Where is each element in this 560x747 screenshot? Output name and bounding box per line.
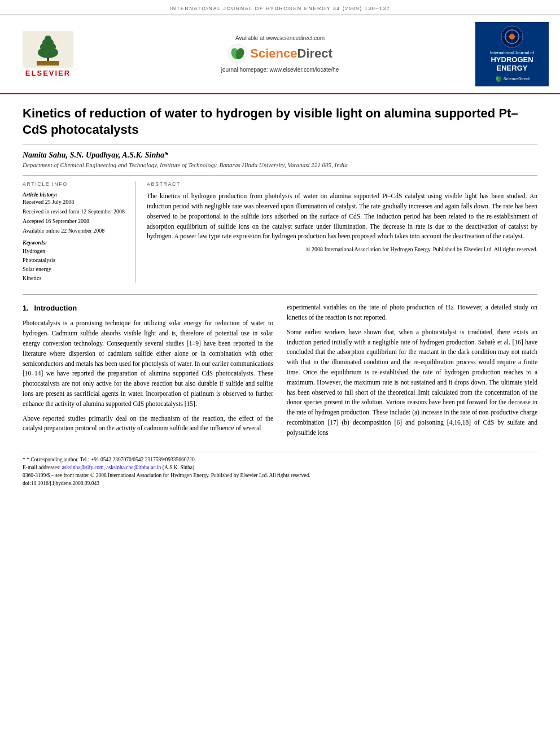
authors: Namita Sahu, S.N. Upadhyay, A.S.K. Sinha… bbox=[23, 151, 537, 160]
info-abstract-row: ARTICLE INFO Article history: Received 2… bbox=[23, 181, 537, 283]
body-columns: 1. Introduction Photocatalysis is a prom… bbox=[23, 294, 537, 443]
keywords-label: Keywords: bbox=[23, 239, 126, 246]
keyword-hydrogen: Hydrogen bbox=[23, 247, 126, 256]
banner-area: ELSEVIER Available at www.sciencedirect.… bbox=[0, 15, 560, 94]
available-date: Available online 22 November 2008 bbox=[23, 228, 126, 234]
footnote-corresponding-text: * Corresponding author. Tel.: +91 0542 2… bbox=[27, 457, 196, 462]
page-container: INTERNATIONAL JOURNAL OF HYDROGEN ENERGY… bbox=[0, 0, 560, 747]
svg-rect-6 bbox=[37, 61, 59, 65]
journal-header-text: INTERNATIONAL JOURNAL OF HYDROGEN ENERGY… bbox=[170, 6, 391, 11]
revised-date: Received in revised form 12 September 20… bbox=[23, 208, 126, 215]
available-at-text: Available at www.sciencedirect.com bbox=[235, 35, 325, 41]
email-link-2[interactable]: asksinha.che@itbhu.ac.in bbox=[106, 465, 161, 470]
sciencedirect-icon bbox=[228, 43, 248, 64]
intro-col-left-text2: Above reported studies primarily deal on… bbox=[23, 414, 273, 434]
he-logo-icon bbox=[501, 25, 523, 48]
col-left: 1. Introduction Photocatalysis is a prom… bbox=[23, 303, 273, 443]
main-content: Kinetics of reduction of water to hydrog… bbox=[0, 94, 560, 488]
article-info-title: ARTICLE INFO bbox=[23, 181, 126, 187]
intro-col-right-text2: Some earlier workers have shown that, wh… bbox=[287, 327, 537, 438]
authors-section: Namita Sahu, S.N. Upadhyay, A.S.K. Sinha… bbox=[23, 145, 537, 171]
keyword-kinetics: Kinetics bbox=[23, 274, 126, 283]
article-title: Kinetics of reduction of water to hydrog… bbox=[23, 106, 537, 138]
keyword-photocatalysis: Photocatalysis bbox=[23, 256, 126, 265]
footnote-doi: doi:10.1016/j.ijhydene.2008.09.043 bbox=[23, 479, 537, 487]
abstract-text: The kinetics of hydrogen production from… bbox=[147, 191, 537, 242]
sd-small-icon bbox=[495, 75, 502, 83]
intro-col-right-text1: experimental variables on the rate of ph… bbox=[287, 303, 537, 323]
footnote-corresponding: * * Corresponding author. Tel.: +91 0542… bbox=[23, 456, 537, 464]
keywords-section: Keywords: Hydrogen Photocatalysis Solar … bbox=[23, 239, 126, 283]
intro-title: Introduction bbox=[34, 304, 77, 312]
copyright-line: © 2008 International Association for Hyd… bbox=[147, 246, 537, 252]
center-logos: Available at www.sciencedirect.com Scien… bbox=[85, 35, 475, 73]
col-right: experimental variables on the rate of ph… bbox=[287, 303, 537, 443]
sciencedirect-logo: ScienceDirect bbox=[228, 43, 333, 64]
journal-header: INTERNATIONAL JOURNAL OF HYDROGEN ENERGY… bbox=[0, 0, 560, 15]
elsevier-tree-icon bbox=[23, 31, 73, 68]
article-info: ARTICLE INFO Article history: Received 2… bbox=[23, 181, 135, 283]
email-link-1[interactable]: asksinha@sify.com bbox=[62, 465, 104, 470]
intro-col-left-text: Photocatalysis is a promising technique … bbox=[23, 318, 273, 409]
received-date: Received 25 July 2008 bbox=[23, 199, 126, 205]
svg-point-5 bbox=[45, 36, 51, 41]
section-number: 1. bbox=[23, 304, 29, 312]
footnote-issn: 0360-3199/$ – see front matter © 2008 In… bbox=[23, 471, 537, 479]
elsevier-logo: ELSEVIER bbox=[11, 31, 85, 77]
authors-text: Namita Sahu, S.N. Upadhyay, A.S.K. Sinha… bbox=[23, 151, 168, 159]
affiliation: Department of Chemical Engineering and T… bbox=[23, 161, 537, 168]
abstract-section: ABSTRACT The kinetics of hydrogen produc… bbox=[147, 181, 537, 283]
footnote-area: * * Corresponding author. Tel.: +91 0542… bbox=[23, 452, 537, 488]
article-title-section: Kinetics of reduction of water to hydrog… bbox=[23, 94, 537, 145]
intro-heading: 1. Introduction bbox=[23, 303, 273, 314]
sd-text: ScienceDirect bbox=[250, 46, 333, 61]
divider bbox=[23, 175, 537, 176]
accepted-date: Accepted 16 September 2008 bbox=[23, 218, 126, 224]
journal-homepage: journal homepage: www.elsevier.com/locat… bbox=[221, 67, 339, 73]
hydrogen-energy-box: International Journal of HYDROGENENERGY … bbox=[475, 22, 549, 86]
history-label: Article history: bbox=[23, 191, 126, 198]
he-title: HYDROGENENERGY bbox=[478, 55, 546, 73]
footnote-email: E-mail addresses: asksinha@sify.com, ask… bbox=[23, 464, 537, 471]
keyword-solar: Solar energy bbox=[23, 265, 126, 274]
elsevier-label: ELSEVIER bbox=[25, 69, 71, 77]
abstract-title: ABSTRACT bbox=[147, 181, 537, 187]
